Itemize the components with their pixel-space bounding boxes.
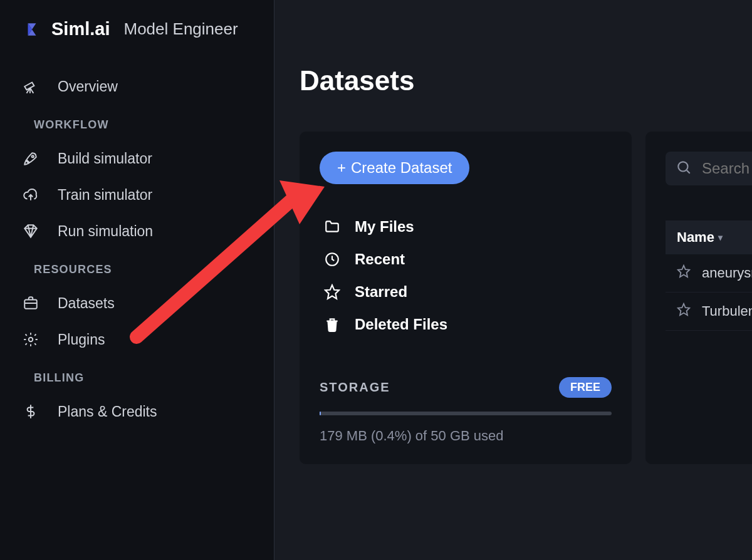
sidebar-item-label: Plugins [58,331,105,348]
storage-plan-badge: FREE [559,377,612,398]
trash-icon [323,316,341,333]
filter-starred[interactable]: Starred [323,283,612,301]
svg-marker-9 [325,285,339,299]
brand-name: Siml.ai [51,19,110,39]
search-box[interactable] [666,152,752,185]
storage-progress-fill [320,412,321,415]
search-icon [676,159,692,178]
svg-marker-13 [678,304,689,315]
svg-line-11 [687,170,690,174]
sidebar-item-label: Overview [58,78,118,95]
sidebar-item-label: Plans & Credits [58,403,157,420]
sidebar-item-label: Run simulation [58,223,153,240]
sidebar: Siml.ai Model Engineer Overview WORKFLOW… [0,0,274,560]
row-star-toggle[interactable] [677,303,691,320]
datasets-side-panel: + Create Dataset My Files Recent [300,132,632,464]
create-dataset-button[interactable]: + Create Dataset [320,152,469,184]
sidebar-item-datasets[interactable]: Datasets [19,285,274,321]
filter-label: My Files [355,218,414,236]
storage-label: STORAGE [320,380,390,395]
datasets-list-panel: Name ▾ aneurysm Turbulence [645,132,752,464]
dollar-icon [21,402,40,421]
folder-icon [323,218,341,236]
section-header-workflow: WORKFLOW [19,105,274,140]
sidebar-item-label: Train simulator [58,187,152,204]
brand-subtitle: Model Engineer [124,19,238,39]
filter-deleted[interactable]: Deleted Files [323,316,612,333]
svg-point-3 [32,155,34,157]
sidebar-item-plugins[interactable]: Plugins [19,321,274,358]
svg-point-6 [29,338,33,342]
sidebar-item-plans[interactable]: Plans & Credits [19,393,274,430]
sidebar-item-run[interactable]: Run simulation [19,213,274,249]
star-icon [323,283,341,301]
clock-icon [323,251,341,268]
filter-label: Deleted Files [355,316,447,333]
brand-logo-icon [24,21,40,38]
row-star-toggle[interactable] [677,264,691,282]
filter-label: Starred [355,283,407,301]
svg-rect-4 [24,300,37,309]
row-name: aneurysm [702,265,752,281]
storage-progress [320,412,612,415]
filter-my-files[interactable]: My Files [323,218,612,236]
main-area: Datasets + Create Dataset My Files [274,0,752,560]
rocket-icon [21,149,40,168]
filter-recent[interactable]: Recent [323,251,612,268]
table-row[interactable]: aneurysm [666,254,752,293]
sidebar-item-overview[interactable]: Overview [19,68,274,105]
briefcase-icon [21,294,40,313]
svg-marker-12 [678,266,689,277]
cloud-upload-icon [21,185,40,204]
sidebar-item-build[interactable]: Build simulator [19,140,274,177]
svg-point-10 [678,162,687,171]
filter-label: Recent [355,251,405,268]
storage-usage-text: 179 MB (0.4%) of 50 GB used [320,428,612,444]
page-title: Datasets [274,65,752,96]
column-name-label: Name [677,229,714,246]
telescope-icon [21,77,40,96]
table-row[interactable]: Turbulence [666,293,752,331]
gear-icon [21,330,40,349]
search-input[interactable] [702,160,752,177]
section-header-billing: BILLING [19,358,274,393]
sort-caret-icon: ▾ [718,232,723,242]
row-name: Turbulence [702,303,752,319]
plus-icon: + [337,159,346,177]
table-header-name[interactable]: Name ▾ [666,220,752,254]
sidebar-item-label: Build simulator [58,150,152,167]
sidebar-item-train[interactable]: Train simulator [19,177,274,213]
section-header-resources: RESOURCES [19,249,274,285]
diamond-icon [21,222,40,241]
sidebar-item-label: Datasets [58,295,115,312]
brand-block[interactable]: Siml.ai Model Engineer [19,19,274,39]
create-dataset-label: Create Dataset [351,159,452,177]
